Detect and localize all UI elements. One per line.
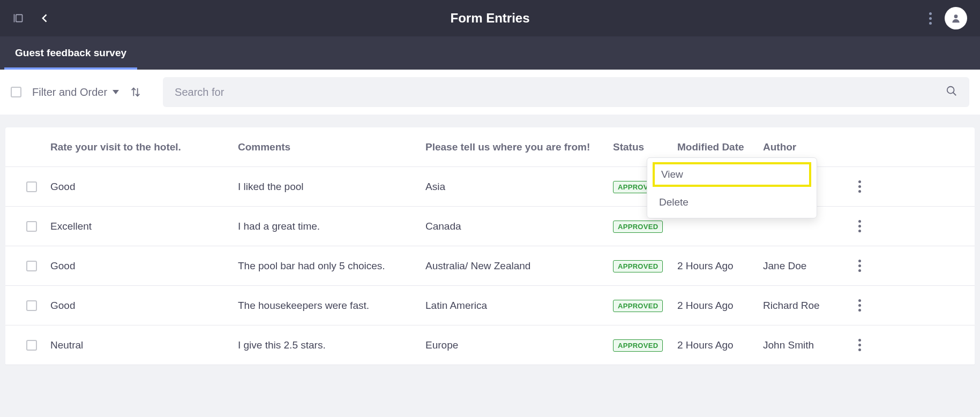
cell-location: Asia [425, 181, 613, 193]
row-checkbox[interactable] [13, 221, 50, 232]
cell-comments: I liked the pool [238, 181, 425, 193]
row-more-icon[interactable] [858, 260, 861, 272]
chevron-down-icon [113, 90, 119, 94]
toolbar: Filter and Order [0, 70, 980, 115]
svg-point-5 [947, 87, 954, 94]
panel-toggle-icon[interactable] [13, 13, 24, 24]
cell-comments: The housekeepers were fast. [238, 300, 425, 312]
svg-point-2 [954, 14, 958, 18]
cell-location: Australia/ New Zealand [425, 260, 613, 272]
row-checkbox[interactable] [13, 181, 50, 192]
status-badge: APPROVED [613, 339, 663, 352]
cell-comments: The pool bar had only 5 choices. [238, 260, 425, 272]
search-icon [946, 85, 957, 99]
table-row[interactable]: Good I liked the pool Asia APPROVED [5, 167, 975, 207]
row-context-menu: View Delete [647, 157, 817, 218]
tabbar: Guest feedback survey [0, 36, 980, 70]
cell-modified: 2 Hours Ago [677, 260, 763, 272]
cell-modified: 2 Hours Ago [677, 339, 763, 351]
topbar: Form Entries [0, 0, 980, 36]
row-more-icon[interactable] [858, 299, 861, 312]
filter-order-label: Filter and Order [32, 86, 107, 98]
cell-location: Europe [425, 339, 613, 351]
cell-comments: I give this 2.5 stars. [238, 339, 425, 351]
cell-modified: 2 Hours Ago [677, 300, 763, 312]
filter-order-button[interactable]: Filter and Order [32, 86, 119, 98]
status-badge: APPROVED [613, 221, 663, 233]
row-checkbox[interactable] [13, 300, 50, 311]
cell-comments: I had a great time. [238, 221, 425, 232]
table-row[interactable]: Good The pool bar had only 5 choices. Au… [5, 246, 975, 286]
col-author[interactable]: Author [763, 141, 843, 153]
menu-delete-label: Delete [659, 196, 689, 208]
page-title: Form Entries [450, 11, 529, 26]
table-row[interactable]: Good The housekeepers were fast. Latin A… [5, 286, 975, 325]
menu-view[interactable]: View [653, 162, 811, 187]
col-rating[interactable]: Rate your visit to the hotel. [50, 141, 238, 153]
row-checkbox[interactable] [13, 340, 50, 351]
table-row[interactable]: Neutral I give this 2.5 stars. Europe AP… [5, 325, 975, 365]
status-badge: APPROVED [613, 300, 663, 312]
col-comments[interactable]: Comments [238, 141, 425, 153]
cell-rating: Good [50, 260, 238, 272]
back-icon[interactable] [40, 13, 50, 24]
col-modified[interactable]: Modified Date [677, 141, 763, 153]
header-more-icon[interactable] [929, 12, 932, 25]
sort-icon[interactable] [130, 86, 141, 98]
entries-table: Rate your visit to the hotel. Comments P… [5, 127, 975, 365]
row-more-icon[interactable] [858, 339, 861, 351]
row-more-icon[interactable] [858, 180, 861, 193]
row-more-icon[interactable] [858, 220, 861, 232]
tab-label: Guest feedback survey [15, 47, 126, 59]
col-status[interactable]: Status [613, 141, 677, 153]
cell-rating: Good [50, 300, 238, 312]
status-badge: APPROVED [613, 260, 663, 272]
svg-rect-1 [16, 14, 23, 21]
tab-guest-feedback[interactable]: Guest feedback survey [4, 36, 137, 70]
cell-location: Latin America [425, 300, 613, 312]
cell-author: Richard Roe [763, 300, 843, 312]
svg-line-6 [953, 93, 956, 96]
cell-rating: Neutral [50, 339, 238, 351]
table-row[interactable]: Excellent I had a great time. Canada APP… [5, 207, 975, 246]
menu-delete[interactable]: Delete [647, 189, 817, 216]
cell-author: Jane Doe [763, 260, 843, 272]
search-input[interactable] [175, 86, 946, 98]
cell-author: John Smith [763, 339, 843, 351]
cell-rating: Excellent [50, 221, 238, 232]
cell-location: Canada [425, 221, 613, 232]
table-header: Rate your visit to the hotel. Comments P… [5, 127, 975, 167]
col-location[interactable]: Please tell us where you are from! [425, 141, 613, 153]
avatar[interactable] [945, 7, 967, 29]
search-box[interactable] [163, 77, 969, 107]
select-all-checkbox[interactable] [11, 87, 21, 97]
cell-rating: Good [50, 181, 238, 193]
row-checkbox[interactable] [13, 261, 50, 271]
menu-view-label: View [661, 169, 683, 180]
